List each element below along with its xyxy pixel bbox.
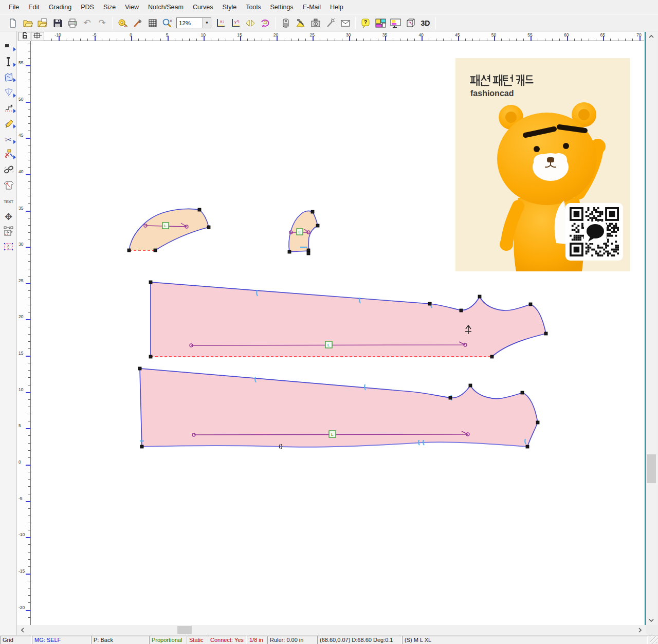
vertex-handle[interactable] [449, 396, 452, 399]
vertex-handle[interactable] [207, 226, 210, 229]
vertex-handle[interactable] [316, 224, 319, 227]
ruler-tick [28, 588, 30, 588]
menu-size[interactable]: Size [99, 2, 120, 13]
menu-email[interactable]: E-Mail [298, 2, 325, 13]
zoom-level-select[interactable]: 12% ▼ [176, 17, 211, 28]
vertex-handle[interactable] [140, 445, 143, 448]
vertex-handle[interactable] [288, 250, 291, 253]
vertex-handle[interactable] [149, 355, 152, 358]
preview-monitor-button[interactable] [388, 16, 403, 30]
tile-windows-icon [375, 18, 387, 28]
resize-grip[interactable] [650, 636, 657, 643]
rotate-piece-button[interactable] [258, 16, 272, 30]
awl-tool-button[interactable] [130, 16, 145, 30]
menu-curves[interactable]: Curves [188, 2, 218, 13]
vertex-handle[interactable] [478, 295, 481, 298]
nest-x-button[interactable]: x↓ [213, 16, 228, 30]
vertex-handle[interactable] [307, 252, 310, 255]
vertex-handle[interactable] [138, 367, 141, 370]
undo-button[interactable]: ↶ [80, 16, 95, 30]
vertex-handle[interactable] [544, 332, 547, 335]
garment-tool[interactable] [1, 179, 16, 193]
vertex-handle[interactable] [529, 303, 532, 306]
ruler-tick [516, 39, 517, 41]
zoom-button[interactable]: ± [160, 16, 175, 30]
menu-style[interactable]: Style [217, 2, 241, 13]
vertical-scroll-thumb[interactable] [647, 454, 656, 483]
nest-y-button[interactable]: y↰ [228, 16, 243, 30]
zoom-dropdown-arrow[interactable]: ▼ [203, 18, 211, 28]
link-join-tool[interactable] [1, 163, 16, 178]
vertex-handle[interactable] [307, 249, 310, 252]
redo-button[interactable]: ↷ [95, 16, 109, 30]
vertex-handle[interactable] [536, 421, 539, 424]
ruler-origin-cell[interactable] [31, 32, 44, 41]
tile-windows-button[interactable] [373, 16, 388, 30]
mirror-icon [245, 18, 255, 28]
status-sizes: (S) M L XL [402, 636, 648, 644]
toolbar-separator [112, 17, 113, 29]
ruler-tick [117, 39, 117, 41]
horizontal-scroll-thumb[interactable] [177, 626, 192, 634]
print-button[interactable] [65, 16, 80, 30]
mirror-button[interactable] [243, 16, 258, 30]
scissors-tool[interactable]: ✂ [1, 133, 16, 147]
point-line-tool[interactable] [1, 56, 16, 70]
menu-grading[interactable]: Grading [44, 2, 76, 13]
grid-table-button[interactable] [145, 16, 160, 30]
measure-check-button[interactable] [293, 16, 308, 30]
erase-tool[interactable] [1, 102, 16, 116]
view-3d-button[interactable]: 3D [418, 16, 433, 30]
tape-measure-button[interactable] [115, 16, 130, 30]
notch-cut-tool[interactable] [1, 148, 16, 162]
ruler-label: 65 [600, 32, 605, 38]
plotter-3d-button[interactable] [403, 16, 418, 30]
menu-settings[interactable]: Settings [265, 2, 298, 13]
menu-view[interactable]: View [120, 2, 143, 13]
help-button[interactable]: ? [358, 16, 373, 30]
scroll-right-button[interactable] [635, 625, 645, 635]
vertex-handle[interactable] [428, 302, 431, 305]
pencil-curve-tool[interactable] [1, 117, 16, 132]
text-tool[interactable]: TEXT [1, 194, 16, 209]
menu-file[interactable]: File [4, 2, 24, 13]
vertex-handle[interactable] [526, 445, 529, 448]
vertex-handle[interactable] [521, 391, 524, 394]
save-button[interactable] [50, 16, 65, 30]
email-button[interactable] [338, 16, 353, 30]
undo-icon: ↶ [83, 17, 90, 28]
open-multiple-button[interactable] [35, 16, 50, 30]
scroll-up-button[interactable] [646, 32, 657, 41]
vertex-handle[interactable] [460, 309, 463, 312]
ruler-lock-cell[interactable] [19, 32, 30, 41]
menu-notch-seam[interactable]: Notch/Seam [143, 2, 188, 13]
ruler-tick [28, 486, 30, 487]
menu-help[interactable]: Help [325, 2, 348, 13]
vertical-scrollbar[interactable] [646, 32, 657, 625]
vertex-handle[interactable] [198, 208, 201, 211]
grade-machine-button[interactable] [278, 16, 293, 30]
vertex-handle[interactable] [490, 355, 494, 358]
open-button[interactable] [20, 16, 35, 30]
xy-measure-tool[interactable]: XY [1, 241, 16, 255]
new-document-button[interactable] [5, 16, 20, 30]
scroll-left-button[interactable] [18, 625, 27, 635]
menu-edit[interactable]: Edit [24, 2, 44, 13]
select-tool[interactable] [1, 40, 16, 54]
pattern-piece-tool[interactable] [1, 71, 16, 85]
vertex-handle[interactable] [311, 210, 314, 213]
vertex-handle[interactable] [469, 384, 472, 387]
ruler-tick [175, 39, 175, 41]
copy-offset-tool[interactable] [1, 225, 16, 240]
scroll-down-button[interactable] [646, 616, 657, 625]
probe-tool-button[interactable] [323, 16, 338, 30]
vertex-handle[interactable] [154, 249, 157, 252]
vertex-handle[interactable] [149, 281, 152, 284]
menu-pds[interactable]: PDS [76, 2, 99, 13]
horizontal-scrollbar[interactable] [17, 625, 646, 635]
menu-tools[interactable]: Tools [241, 2, 265, 13]
vertex-handle[interactable] [127, 249, 131, 252]
snapshot-button[interactable] [308, 16, 323, 30]
dart-fan-tool[interactable] [1, 86, 16, 101]
move-tool[interactable]: ✥ [1, 210, 16, 224]
